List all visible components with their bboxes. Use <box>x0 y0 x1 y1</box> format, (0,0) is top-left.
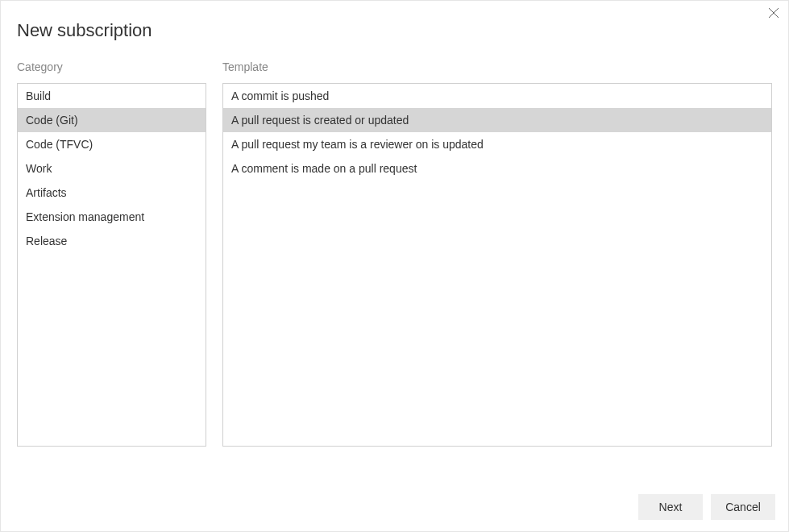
category-item-release[interactable]: Release <box>18 229 206 253</box>
category-item-code-git[interactable]: Code (Git) <box>18 108 206 132</box>
category-item-build[interactable]: Build <box>18 84 206 108</box>
template-item-pr-team-reviewer[interactable]: A pull request my team is a reviewer on … <box>223 132 771 156</box>
next-button[interactable]: Next <box>638 494 703 520</box>
category-label: Category <box>17 60 206 73</box>
template-item-commit-pushed[interactable]: A commit is pushed <box>223 84 771 108</box>
template-item-pr-comment[interactable]: A comment is made on a pull request <box>223 156 771 181</box>
template-list[interactable]: A commit is pushed A pull request is cre… <box>222 83 772 447</box>
cancel-button[interactable]: Cancel <box>711 494 775 520</box>
category-item-code-tfvc[interactable]: Code (TFVC) <box>18 132 206 156</box>
category-item-extension-management[interactable]: Extension management <box>18 205 206 229</box>
category-item-work[interactable]: Work <box>18 156 206 181</box>
dialog-footer: Next Cancel <box>638 494 775 520</box>
close-button[interactable] <box>766 6 782 22</box>
template-item-pr-created-updated[interactable]: A pull request is created or updated <box>223 108 771 132</box>
category-item-artifacts[interactable]: Artifacts <box>18 181 206 205</box>
template-label: Template <box>222 60 772 73</box>
template-column: Template A commit is pushed A pull reque… <box>222 60 772 447</box>
content-area: Category Build Code (Git) Code (TFVC) Wo… <box>1 41 788 447</box>
dialog-title: New subscription <box>1 1 788 41</box>
category-list[interactable]: Build Code (Git) Code (TFVC) Work Artifa… <box>17 83 206 447</box>
category-column: Category Build Code (Git) Code (TFVC) Wo… <box>17 60 206 447</box>
close-icon <box>768 7 779 21</box>
